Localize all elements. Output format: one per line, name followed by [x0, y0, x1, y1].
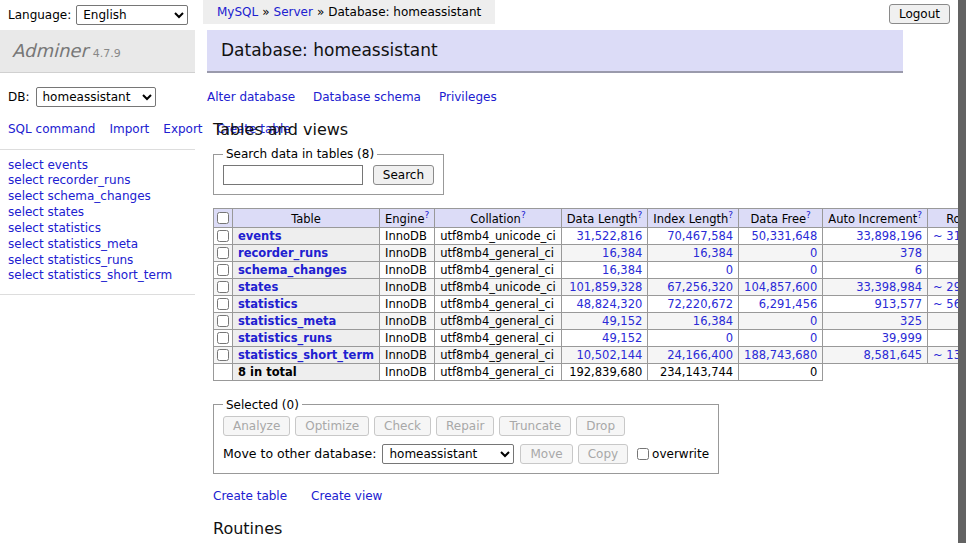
logout-button[interactable]: Logout — [889, 4, 950, 24]
data-length-cell[interactable]: 16,384 — [561, 244, 648, 261]
help-icon[interactable]: ? — [728, 210, 733, 220]
table-action-button[interactable]: Drop — [576, 416, 625, 436]
auto-increment-cell[interactable]: 6 — [823, 261, 928, 278]
table-name-cell: statistics — [233, 295, 380, 312]
breadcrumb-separator: » — [317, 5, 324, 19]
sidebar-action-link[interactable]: Export — [163, 122, 202, 136]
db-select[interactable]: homeassistant — [36, 87, 156, 107]
help-icon[interactable]: ? — [521, 210, 526, 220]
help-icon[interactable]: ? — [917, 210, 922, 220]
data-length-cell[interactable]: 48,824,320 — [561, 295, 648, 312]
create-link[interactable]: Create table — [213, 489, 287, 503]
create-link[interactable]: Create view — [311, 489, 382, 503]
data-length-cell[interactable]: 101,859,328 — [561, 278, 648, 295]
vertical-scrollbar[interactable] — [958, 0, 966, 543]
index-length-cell[interactable]: 16,384 — [648, 312, 739, 329]
auto-increment-cell[interactable]: 325 — [823, 312, 928, 329]
table-action-button[interactable]: Analyze — [223, 416, 290, 436]
table-action-button[interactable]: Repair — [436, 416, 494, 436]
search-legend: Search data in tables (8) — [223, 147, 377, 161]
help-icon[interactable]: ? — [806, 210, 811, 220]
row-checkbox[interactable] — [217, 349, 229, 361]
copy-button[interactable]: Copy — [578, 444, 628, 464]
app-name[interactable]: Adminer — [12, 40, 88, 61]
auto-increment-cell[interactable]: 33,398,984 — [823, 278, 928, 295]
data-length-cell[interactable]: 31,522,816 — [561, 227, 648, 244]
data-free-cell[interactable]: 0 — [739, 329, 823, 346]
sidebar-table-links: select eventsselect recorder_runsselect … — [0, 150, 195, 296]
auto-increment-cell[interactable]: 913,577 — [823, 295, 928, 312]
table-name-link[interactable]: statistics — [238, 297, 298, 311]
overwrite-checkbox[interactable] — [637, 448, 649, 460]
engine-cell: InnoDB — [380, 346, 435, 363]
table-name-link[interactable]: statistics_meta — [238, 314, 336, 328]
sidebar-select-table-link[interactable]: select events — [8, 158, 187, 174]
table-action-button[interactable]: Optimize — [295, 416, 369, 436]
breadcrumb-link-server[interactable]: Server — [274, 5, 313, 19]
sidebar-select-table-link[interactable]: select statistics_runs — [8, 253, 187, 269]
move-db-select[interactable]: homeassistant — [382, 444, 514, 464]
index-length-cell[interactable]: 72,220,672 — [648, 295, 739, 312]
data-free-cell[interactable]: 0 — [739, 261, 823, 278]
select-all-checkbox[interactable] — [217, 212, 229, 224]
table-name-link[interactable]: schema_changes — [238, 263, 347, 277]
index-length-cell[interactable]: 0 — [648, 329, 739, 346]
sidebar-select-table-link[interactable]: select states — [8, 205, 187, 221]
row-checkbox[interactable] — [217, 298, 229, 310]
table-action-button[interactable]: Truncate — [499, 416, 571, 436]
sidebar-actions: SQL commandImportExportCreate table — [0, 111, 180, 149]
help-icon[interactable]: ? — [638, 210, 643, 220]
data-free-cell[interactable]: 0 — [739, 312, 823, 329]
index-length-cell[interactable]: 67,256,320 — [648, 278, 739, 295]
table-row: events InnoDB utf8mb4_unicode_ci 31,522,… — [214, 227, 966, 244]
breadcrumb-link-mysql[interactable]: MySQL — [217, 5, 258, 19]
auto-increment-cell[interactable]: 33,898,196 — [823, 227, 928, 244]
index-length-cell[interactable]: 16,384 — [648, 244, 739, 261]
data-free-cell[interactable]: 0 — [739, 244, 823, 261]
help-icon[interactable]: ? — [424, 210, 429, 220]
table-name-link[interactable]: events — [238, 229, 282, 243]
subnav-link[interactable]: Alter database — [207, 90, 295, 104]
row-checkbox[interactable] — [217, 264, 229, 276]
sidebar-action-link[interactable]: Import — [109, 122, 149, 136]
table-name-link[interactable]: recorder_runs — [238, 246, 328, 260]
data-free-cell[interactable]: 188,743,680 — [739, 346, 823, 363]
auto-increment-cell[interactable]: 39,999 — [823, 329, 928, 346]
collation-cell: utf8mb4_unicode_ci — [435, 278, 562, 295]
move-button[interactable]: Move — [520, 444, 572, 464]
data-length-cell[interactable]: 16,384 — [561, 261, 648, 278]
subnav-link[interactable]: Privileges — [439, 90, 497, 104]
row-checkbox[interactable] — [217, 230, 229, 242]
index-length-cell[interactable]: 0 — [648, 261, 739, 278]
table-name-link[interactable]: statistics_runs — [238, 331, 332, 345]
sidebar-action-link[interactable]: SQL command — [8, 122, 95, 136]
data-free-cell[interactable]: 50,331,648 — [739, 227, 823, 244]
index-length-cell[interactable]: 70,467,584 — [648, 227, 739, 244]
sidebar-select-table-link[interactable]: select schema_changes — [8, 189, 187, 205]
row-checkbox[interactable] — [217, 247, 229, 259]
row-checkbox[interactable] — [217, 281, 229, 293]
table-name-link[interactable]: states — [238, 280, 278, 294]
move-row: Move to other database:homeassistantMove… — [223, 444, 709, 464]
auto-increment-cell[interactable]: 8,581,645 — [823, 346, 928, 363]
table-action-button[interactable]: Check — [374, 416, 431, 436]
search-input[interactable] — [223, 165, 363, 185]
data-free-cell[interactable]: 6,291,456 — [739, 295, 823, 312]
table-name-link[interactable]: statistics_short_term — [238, 348, 374, 362]
data-length-cell[interactable]: 49,152 — [561, 312, 648, 329]
sidebar-select-table-link[interactable]: select statistics_meta — [8, 237, 187, 253]
row-checkbox[interactable] — [217, 332, 229, 344]
auto-increment-cell[interactable]: 378 — [823, 244, 928, 261]
sidebar-select-table-link[interactable]: select recorder_runs — [8, 173, 187, 189]
data-free-cell[interactable]: 104,857,600 — [739, 278, 823, 295]
sidebar-select-table-link[interactable]: select statistics — [8, 221, 187, 237]
data-length-cell[interactable]: 10,502,144 — [561, 346, 648, 363]
subnav-link[interactable]: Database schema — [313, 90, 421, 104]
row-checkbox[interactable] — [217, 315, 229, 327]
sidebar-select-table-link[interactable]: select statistics_short_term — [8, 268, 187, 284]
language-select[interactable]: English — [76, 5, 188, 25]
index-length-cell[interactable]: 24,166,400 — [648, 346, 739, 363]
search-button[interactable]: Search — [373, 165, 434, 185]
data-length-cell[interactable]: 49,152 — [561, 329, 648, 346]
table-name-cell: statistics_short_term — [233, 346, 380, 363]
